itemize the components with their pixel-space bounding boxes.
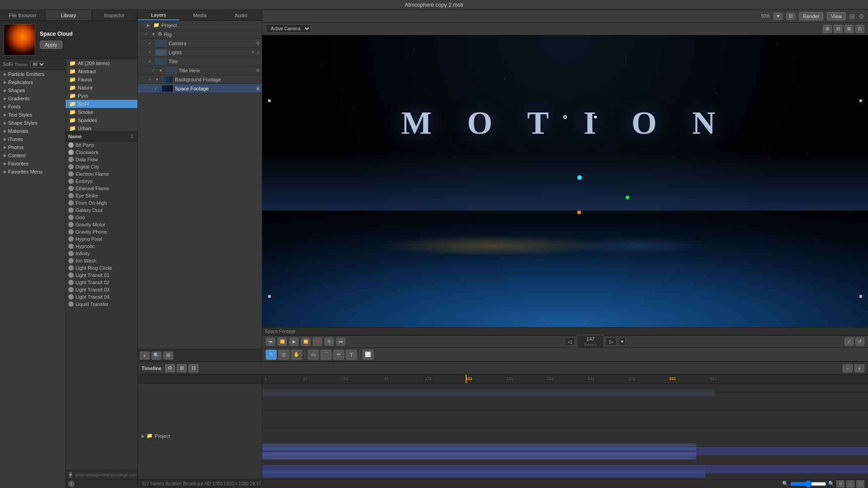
- fullscreen-button[interactable]: ⤢: [844, 338, 854, 346]
- zoom-out-icon[interactable]: 🔍: [782, 481, 788, 487]
- list-item[interactable]: Ion Wash: [66, 257, 137, 264]
- folder-smoke[interactable]: 📁 Smoke: [66, 108, 137, 116]
- timeline-collapse[interactable]: ⊟: [189, 364, 198, 372]
- control-point-orange[interactable]: [577, 211, 581, 214]
- sidebar-item-shape-styles[interactable]: ▶ Shape Styles: [0, 119, 65, 127]
- timeline-zoom-in[interactable]: +: [854, 364, 864, 372]
- layer-title-here-group[interactable]: ✓ ▼ Title Here ⚙: [138, 66, 262, 75]
- loop-button[interactable]: ⟲: [325, 338, 334, 346]
- corner-handle-tr[interactable]: [859, 99, 862, 102]
- export-button[interactable]: ⊡: [856, 480, 864, 488]
- list-item[interactable]: Galaxy Dust: [66, 206, 137, 214]
- theme-select[interactable]: All: [30, 61, 46, 68]
- list-item[interactable]: Digital City: [66, 163, 137, 170]
- rewind-button[interactable]: ⏮: [266, 338, 275, 346]
- list-item[interactable]: Light Ring Circle: [66, 264, 137, 272]
- list-item[interactable]: Light Transit 02: [66, 279, 137, 286]
- layer-rig[interactable]: ✓ ▼ ⚙ Rig: [138, 30, 262, 39]
- play-button[interactable]: ▶: [289, 338, 298, 346]
- corner-handle-br[interactable]: [859, 295, 862, 298]
- pan-tool[interactable]: ✋: [291, 350, 302, 360]
- control-point-cyan[interactable]: [577, 175, 582, 180]
- corner-handle-bl[interactable]: [268, 295, 271, 298]
- sidebar-item-favorites[interactable]: ▶ Favorites: [0, 160, 65, 168]
- list-item[interactable]: Clockwork: [66, 149, 137, 156]
- layer-checkbox[interactable]: ✓: [148, 77, 153, 82]
- folder-fauna[interactable]: 📁 Fauna: [66, 75, 137, 84]
- apply-button[interactable]: Apply: [40, 41, 62, 49]
- list-item[interactable]: Gravity Phone: [66, 228, 137, 235]
- layer-checkbox[interactable]: ✓: [148, 59, 153, 64]
- add-item-button[interactable]: +: [69, 472, 72, 478]
- preview-tool-3[interactable]: ⊠: [844, 25, 854, 33]
- gear-icon[interactable]: ⚙: [256, 41, 260, 46]
- list-item[interactable]: Goo: [66, 214, 137, 221]
- expand-button[interactable]: ⊞: [849, 13, 855, 20]
- view-button[interactable]: View: [827, 12, 846, 20]
- frame-step-forward[interactable]: ▷: [606, 338, 617, 346]
- freehand-tool[interactable]: ✏: [333, 350, 344, 360]
- fit-button[interactable]: ⊡: [786, 13, 795, 20]
- select-tool[interactable]: ↖: [266, 350, 277, 360]
- layer-checkbox[interactable]: ✓: [144, 32, 150, 37]
- tab-file-browser[interactable]: File Browser: [0, 10, 46, 20]
- tab-library[interactable]: Library: [46, 10, 91, 20]
- settings-button[interactable]: ⚙: [859, 13, 864, 20]
- frame-dropdown[interactable]: ▼: [618, 338, 626, 346]
- folder-sparkles[interactable]: 📁 Sparkles: [66, 116, 137, 124]
- tab-layers[interactable]: Layers: [138, 10, 179, 20]
- layer-checkbox[interactable]: ✓: [151, 68, 157, 73]
- folder-abstract[interactable]: 📁 Abstract: [66, 67, 137, 75]
- list-item[interactable]: Hypno Pixel: [66, 235, 137, 243]
- layer-checkbox[interactable]: ✓: [154, 86, 160, 91]
- skip-end-button[interactable]: ⏭: [336, 338, 345, 346]
- sidebar-item-shapes[interactable]: ▶ Shapes: [0, 86, 65, 94]
- playback-settings[interactable]: ⚙: [836, 480, 844, 488]
- list-item[interactable]: Liquid Transfer: [66, 300, 137, 308]
- layer-space-footage[interactable]: ✓ Space Footage ▣: [138, 84, 262, 93]
- list-item[interactable]: Light Transit 04: [66, 293, 137, 300]
- audio-settings[interactable]: ♫: [846, 480, 854, 488]
- folder-all[interactable]: 📁 All (209 items): [66, 59, 137, 67]
- anchor-tool[interactable]: ◎: [278, 350, 289, 360]
- gear-icon[interactable]: ⚙: [256, 68, 260, 73]
- list-item[interactable]: Embryo: [66, 178, 137, 185]
- step-back-button[interactable]: ⏪: [278, 338, 287, 346]
- corner-handle-tl[interactable]: [268, 99, 271, 102]
- list-item[interactable]: Light Transit 03: [66, 286, 137, 293]
- expand-icon[interactable]: ▼: [151, 32, 156, 37]
- folder-urban[interactable]: 📁 Urban: [66, 124, 137, 131]
- sidebar-item-content[interactable]: ▶ Content: [0, 151, 65, 160]
- list-item[interactable]: Gravity Motor: [66, 221, 137, 228]
- folder-scifi[interactable]: 📁 SciFi: [66, 100, 137, 108]
- list-item[interactable]: Data Flow: [66, 156, 137, 163]
- settings-layer-button[interactable]: ⚙: [163, 352, 173, 360]
- list-item[interactable]: Ethereal Flame: [66, 185, 137, 192]
- timeline-settings[interactable]: ⚙: [165, 364, 175, 372]
- sidebar-item-itunes[interactable]: ▶ iTunes: [0, 135, 65, 143]
- add-layer-button[interactable]: +: [140, 352, 150, 360]
- timeline-name-project[interactable]: ▶ 📁 Project: [138, 384, 262, 479]
- layer-checkbox[interactable]: ✓: [148, 41, 153, 46]
- layer-title[interactable]: ✓ Title: [138, 57, 262, 66]
- folder-nature[interactable]: 📁 Nature: [66, 84, 137, 92]
- frame-step-back[interactable]: ◁: [564, 338, 575, 346]
- info-button[interactable]: i: [68, 481, 75, 487]
- layer-lights[interactable]: ✓ Lights ☀ ♫: [138, 48, 262, 57]
- camera-selector[interactable]: Active Camera: [266, 24, 311, 33]
- step-forward-button[interactable]: ⏩: [301, 338, 310, 346]
- list-item[interactable]: Bit Parts: [66, 141, 137, 149]
- folder-pyro[interactable]: 📁 Pyro: [66, 92, 137, 100]
- layer-project[interactable]: ▶ 📁 Project: [138, 21, 262, 30]
- mask-tool[interactable]: ⬜: [363, 350, 373, 360]
- sidebar-item-materials[interactable]: ▶ Materials: [0, 127, 65, 135]
- preview-tool-1[interactable]: ⊞: [823, 25, 832, 33]
- sidebar-item-favorites-menu[interactable]: ▶ Favorites Menu: [0, 168, 65, 176]
- frame-counter[interactable]: 147 frames: [577, 335, 604, 348]
- sidebar-item-replicators[interactable]: ▶ Replicators: [0, 78, 65, 86]
- list-item[interactable]: Light Transit 01: [66, 272, 137, 279]
- text-tool[interactable]: T: [346, 350, 357, 360]
- list-item[interactable]: Infinity: [66, 250, 137, 257]
- expand-icon[interactable]: ▶: [147, 23, 151, 28]
- zoom-slider[interactable]: [790, 480, 826, 488]
